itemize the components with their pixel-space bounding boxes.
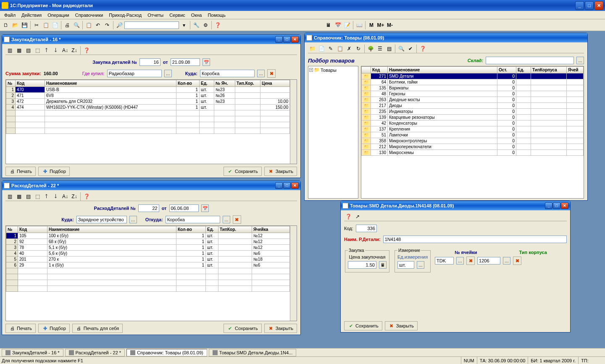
- date-picker-button[interactable]: 📅: [203, 58, 210, 66]
- tb-ico3[interactable]: ▤: [24, 192, 32, 201]
- app-minimize-button[interactable]: _: [575, 1, 584, 10]
- price-calc-button[interactable]: 🖩: [379, 261, 387, 269]
- item-code-input[interactable]: [356, 225, 377, 232]
- task-catalog[interactable]: Справочник: Товары (08.01.09): [126, 349, 207, 356]
- case-select-button[interactable]: …: [503, 257, 510, 264]
- paste-icon[interactable]: 📄: [51, 21, 59, 29]
- expense-minimize-button[interactable]: _: [275, 182, 283, 189]
- cut-icon[interactable]: ✂: [32, 21, 41, 29]
- sort-asc-icon[interactable]: A↓: [61, 192, 69, 201]
- exp-print-button[interactable]: 🖨Печать: [5, 324, 36, 333]
- sklad-select-button[interactable]: …: [576, 57, 584, 64]
- catalog-tree[interactable]: +📁Товары: [308, 66, 358, 199]
- exp-print-self-button[interactable]: 🖨Печать для себя: [72, 324, 123, 333]
- help-icon[interactable]: ❓: [82, 46, 91, 55]
- new-icon[interactable]: 🗋: [2, 21, 10, 29]
- app-maximize-button[interactable]: □: [585, 1, 594, 10]
- cell-clear-button[interactable]: ✖: [466, 257, 475, 265]
- refresh-icon[interactable]: ↻: [354, 45, 363, 53]
- sklad-input[interactable]: [486, 57, 574, 64]
- copy-icon[interactable]: 📋: [42, 21, 50, 29]
- calc-icon[interactable]: 🖩: [324, 21, 333, 29]
- tb-ico4[interactable]: ⬚: [33, 192, 42, 201]
- case-clear-button[interactable]: ✖: [513, 257, 521, 265]
- redo-icon[interactable]: ↷: [103, 21, 111, 29]
- catalog-grid[interactable]: КодНаименованиеОст.Ед.ТипКорпусаЯчей 📁27…: [361, 66, 584, 199]
- item-name-input[interactable]: [383, 236, 567, 243]
- book-icon[interactable]: 📖: [355, 21, 363, 29]
- docnum-input[interactable]: [139, 58, 160, 66]
- exp-date-picker-button[interactable]: 📅: [201, 204, 209, 212]
- exp-to-select-button[interactable]: …: [129, 216, 137, 223]
- price-input[interactable]: [348, 261, 376, 269]
- tb-ico2[interactable]: ▦: [15, 192, 23, 201]
- where-input[interactable]: [107, 70, 162, 77]
- exp-save-button[interactable]: ✔Сохранить: [224, 324, 262, 333]
- case-input[interactable]: [477, 257, 500, 264]
- memory-mplus-button[interactable]: M+: [376, 21, 385, 29]
- sort-desc-icon[interactable]: Z↓: [70, 46, 79, 55]
- open-icon[interactable]: 📂: [11, 21, 19, 29]
- item-save-button[interactable]: ✔Сохранить: [344, 321, 382, 330]
- unit-input[interactable]: [397, 261, 414, 269]
- item-close-button[interactable]: ✖Закрыть: [385, 321, 418, 330]
- menu-actions[interactable]: Действия: [19, 12, 44, 18]
- up-icon[interactable]: 🡑: [42, 46, 51, 55]
- tb-ico3[interactable]: ▤: [24, 46, 32, 55]
- tb-ico4[interactable]: ⬚: [33, 46, 42, 55]
- to-input[interactable]: [200, 70, 255, 77]
- tree-root-label[interactable]: Товары: [321, 68, 337, 73]
- sort-asc-icon[interactable]: A↓: [61, 46, 69, 55]
- menu-file[interactable]: Файл: [2, 12, 18, 18]
- sort-desc-icon[interactable]: Z↓: [70, 192, 79, 201]
- mark-icon[interactable]: ✗: [345, 45, 353, 53]
- tb-ico2[interactable]: ▦: [15, 46, 23, 55]
- menu-windows[interactable]: Окна: [189, 12, 205, 18]
- tb-ico1[interactable]: ▥: [5, 46, 14, 55]
- down-icon[interactable]: 🡓: [52, 46, 60, 55]
- item-minimize-button[interactable]: _: [545, 202, 552, 209]
- editor-icon[interactable]: 📝: [343, 21, 351, 29]
- find-icon[interactable]: 🔎: [115, 21, 124, 29]
- cell-select-button[interactable]: …: [456, 257, 464, 264]
- docdate-input[interactable]: [171, 58, 200, 66]
- new-folder-icon[interactable]: 📁: [308, 45, 316, 53]
- help-icon[interactable]: ❓: [344, 212, 352, 221]
- edit-icon[interactable]: ✎: [326, 45, 335, 53]
- find-icon[interactable]: 🔍: [397, 45, 405, 53]
- task-item[interactable]: Товары:SMD Детали.Диоды.1N4...: [209, 349, 296, 356]
- copy-row-icon[interactable]: 📋: [336, 45, 344, 53]
- menu-reports[interactable]: Отчеты: [145, 12, 166, 18]
- hint-icon[interactable]: ↗: [353, 212, 362, 221]
- exp-podbor-button[interactable]: ✚Подбор: [38, 324, 70, 333]
- exp-docdate-input[interactable]: [169, 204, 199, 212]
- new-item-icon[interactable]: 📄: [317, 45, 326, 53]
- to-clear-button[interactable]: ✖: [267, 69, 276, 78]
- menu-operations[interactable]: Операции: [45, 12, 71, 18]
- tb-ico1[interactable]: ▥: [5, 192, 14, 201]
- close-button[interactable]: ✖Закрыть: [264, 167, 297, 176]
- flat-icon[interactable]: ▤: [385, 45, 393, 53]
- task-purchase[interactable]: ЗакупкаДеталей - 16 *: [2, 349, 63, 356]
- expand-icon[interactable]: +: [309, 68, 313, 72]
- task-expense[interactable]: РасходДеталей - 22 *: [65, 349, 125, 356]
- list-icon[interactable]: ☰: [376, 45, 384, 53]
- memory-mminus-button[interactable]: M-: [386, 21, 394, 29]
- memory-m-button[interactable]: M: [367, 21, 376, 29]
- item-maximize-button[interactable]: □: [553, 202, 560, 209]
- exp-from-select-button[interactable]: …: [223, 216, 230, 223]
- calendar-icon[interactable]: 📅: [334, 21, 342, 29]
- podbor-button[interactable]: ✚Подбор: [38, 167, 70, 176]
- scrollbar[interactable]: [290, 226, 297, 321]
- scrollbar[interactable]: [290, 80, 297, 164]
- where-select-button[interactable]: …: [164, 70, 172, 77]
- exp-from-input[interactable]: [166, 216, 220, 223]
- up-icon[interactable]: 🡑: [42, 192, 51, 201]
- menu-catalogs[interactable]: Справочники: [73, 12, 106, 18]
- print-icon[interactable]: 🖨: [63, 21, 71, 29]
- tool2-icon[interactable]: ⚙: [201, 21, 210, 29]
- exp-from-clear-button[interactable]: ✖: [233, 215, 241, 224]
- exp-close-button[interactable]: ✖Закрыть: [264, 324, 297, 333]
- purchase-minimize-button[interactable]: _: [275, 36, 283, 43]
- help-icon[interactable]: ❓: [418, 45, 427, 53]
